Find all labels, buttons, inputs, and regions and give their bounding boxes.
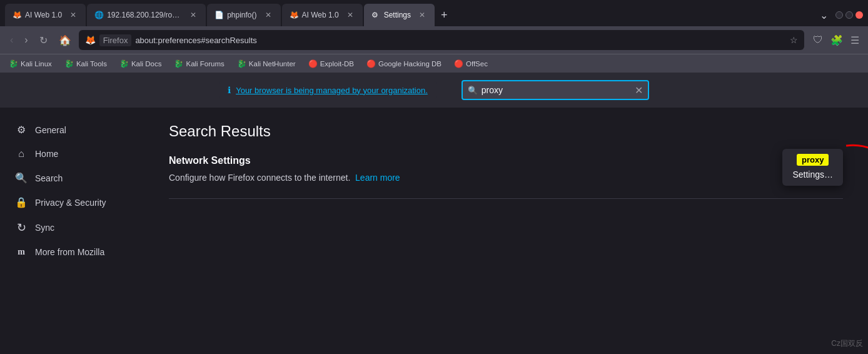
tab-4-close[interactable]: ✕ (345, 10, 355, 20)
offsec-icon: 🔴 (454, 59, 463, 68)
extensions-icon[interactable]: 🧩 (828, 32, 845, 49)
proxy-settings-button[interactable]: Settings… (792, 168, 833, 181)
browser-label: Firefox (99, 34, 132, 46)
browser-chrome: 🦊 AI Web 1.0 ✕ 🌐 192.168.200.129/robots.… (0, 0, 868, 73)
address-bar[interactable]: 🦊 Firefox about:preferences#searchResult… (79, 30, 804, 50)
tab-5[interactable]: ⚙ Settings ✕ (364, 4, 435, 26)
sidebar-item-mozilla[interactable]: m More from Mozilla (0, 241, 144, 263)
reload-button[interactable]: ↻ (36, 32, 51, 49)
sidebar-item-home-label: Home (35, 149, 58, 159)
tab-bar: 🦊 AI Web 1.0 ✕ 🌐 192.168.200.129/robots.… (0, 0, 868, 26)
back-button[interactable]: ‹ (6, 32, 17, 48)
tab-2[interactable]: 🌐 192.168.200.129/robots.t… ✕ (87, 4, 206, 26)
tab-5-close[interactable]: ✕ (417, 10, 427, 20)
bookmarks-bar: 🐉 Kali Linux 🐉 Kali Tools 🐉 Kali Docs 🐉 … (0, 54, 868, 73)
sidebar-item-general-label: General (35, 125, 66, 135)
proxy-popup-area: proxy Settings… (782, 149, 843, 186)
bookmark-exploit-db-label: Exploit-DB (320, 60, 354, 68)
sidebar-item-search[interactable]: 🔍 Search (0, 166, 144, 190)
proxy-highlight-badge: proxy (797, 154, 829, 166)
bookmark-star-icon[interactable]: ☆ (790, 35, 798, 45)
tab-1-close[interactable]: ✕ (68, 10, 78, 20)
pref-search-icon: 🔍 (468, 86, 478, 95)
tab-4-favicon: 🦊 (290, 11, 298, 19)
exploit-db-icon: 🔴 (308, 59, 318, 68)
red-arrow (840, 139, 868, 180)
page-content: ℹ Your browser is being managed by your … (0, 73, 868, 354)
bookmark-kali-docs[interactable]: 🐉 Kali Docs (116, 58, 166, 69)
network-settings-card: Network Settings Configure how Firefox c… (169, 155, 843, 199)
kali-forums-icon: 🐉 (174, 59, 183, 68)
managed-notification-link[interactable]: Your browser is being managed by your or… (236, 86, 428, 95)
tab-2-title: 192.168.200.129/robots.t… (107, 11, 182, 19)
bookmark-kali-linux-label: Kali Linux (21, 60, 52, 68)
bookmark-exploit-db[interactable]: 🔴 Exploit-DB (305, 58, 358, 69)
bookmark-google-hacking-label: Google Hacking DB (378, 60, 442, 68)
google-hacking-icon: 🔴 (366, 59, 376, 68)
nav-bar: ‹ › ↻ 🏠 🦊 Firefox about:preferences#sear… (0, 26, 868, 54)
shield-icon[interactable]: 🛡 (810, 32, 825, 48)
tab-4-title: AI Web 1.0 (302, 11, 339, 19)
search-icon: 🔍 (15, 172, 28, 184)
kali-tools-icon: 🐉 (64, 59, 74, 68)
close-window-button[interactable] (855, 11, 863, 19)
preferences-search-box: 🔍 ✕ (462, 80, 649, 100)
pref-search-clear-icon[interactable]: ✕ (635, 84, 643, 96)
info-icon: ℹ (228, 85, 231, 95)
bookmark-offsec-label: OffSec (466, 60, 488, 68)
firefox-icon: 🦊 (85, 35, 96, 45)
network-settings-title: Network Settings (169, 155, 782, 166)
kali-nethunter-icon: 🐉 (237, 59, 246, 68)
sidebar-item-general[interactable]: ⚙ General (0, 118, 144, 142)
tab-1[interactable]: 🦊 AI Web 1.0 ✕ (5, 4, 86, 26)
network-settings-desc-text: Configure how Firefox connects to the in… (169, 173, 350, 183)
maximize-button[interactable] (845, 11, 853, 19)
tab-5-title: Settings (384, 11, 411, 19)
network-settings-desc: Configure how Firefox connects to the in… (169, 171, 782, 185)
bookmark-kali-docs-label: Kali Docs (131, 60, 162, 68)
tab-1-favicon: 🦊 (13, 11, 21, 19)
bookmark-kali-linux[interactable]: 🐉 Kali Linux (5, 58, 56, 69)
main-content: Search Results Network Settings Configur… (144, 108, 868, 354)
sync-icon: ↻ (15, 221, 28, 235)
sidebar-item-mozilla-label: More from Mozilla (35, 247, 104, 257)
main-layout: ⚙ General ⌂ Home 🔍 Search 🔒 Privacy & Se… (0, 108, 868, 354)
bookmark-kali-tools[interactable]: 🐉 Kali Tools (61, 58, 111, 69)
kali-docs-icon: 🐉 (119, 59, 129, 68)
tab-3-title: phpinfo() (227, 11, 256, 19)
minimize-button[interactable] (835, 11, 843, 19)
menu-button[interactable]: ☰ (848, 32, 862, 49)
sidebar-item-privacy[interactable]: 🔒 Privacy & Security (0, 190, 144, 215)
bookmark-google-hacking[interactable]: 🔴 Google Hacking DB (363, 58, 445, 69)
home-icon: ⌂ (15, 148, 28, 159)
tab-3-close[interactable]: ✕ (263, 10, 273, 20)
network-settings-learn-more[interactable]: Learn more (355, 173, 400, 183)
lock-icon: 🔒 (15, 196, 28, 208)
sidebar: ⚙ General ⌂ Home 🔍 Search 🔒 Privacy & Se… (0, 108, 144, 354)
tab-5-favicon: ⚙ (371, 11, 380, 19)
window-controls (835, 7, 863, 24)
managed-notification: ℹ Your browser is being managed by your … (219, 81, 437, 99)
sidebar-item-home[interactable]: ⌂ Home (0, 142, 144, 166)
tab-menu-chevron[interactable]: ⌄ (817, 7, 830, 24)
nav-right-buttons: 🛡 🧩 ☰ (810, 32, 862, 49)
network-settings-left: Network Settings Configure how Firefox c… (169, 155, 782, 185)
bookmark-kali-forums[interactable]: 🐉 Kali Forums (170, 58, 228, 69)
sidebar-item-sync[interactable]: ↻ Sync (0, 215, 144, 241)
bookmark-offsec[interactable]: 🔴 OffSec (450, 58, 492, 69)
search-results-title: Search Results (169, 123, 843, 140)
tab-2-favicon: 🌐 (94, 11, 103, 19)
bookmark-kali-nethunter-label: Kali NetHunter (249, 60, 296, 68)
forward-button[interactable]: › (21, 32, 31, 48)
tab-3-favicon: 📄 (214, 11, 223, 19)
pref-search-input[interactable] (482, 85, 631, 95)
tab-4[interactable]: 🦊 AI Web 1.0 ✕ (282, 4, 363, 26)
top-section: ℹ Your browser is being managed by your … (0, 73, 868, 108)
bookmark-kali-nethunter[interactable]: 🐉 Kali NetHunter (233, 58, 300, 69)
home-button[interactable]: 🏠 (55, 32, 75, 49)
tab-2-close[interactable]: ✕ (188, 10, 198, 20)
tab-3[interactable]: 📄 phpinfo() ✕ (207, 4, 280, 26)
sidebar-item-privacy-label: Privacy & Security (35, 198, 106, 208)
new-tab-button[interactable]: + (436, 6, 453, 24)
sidebar-item-search-label: Search (35, 173, 63, 183)
